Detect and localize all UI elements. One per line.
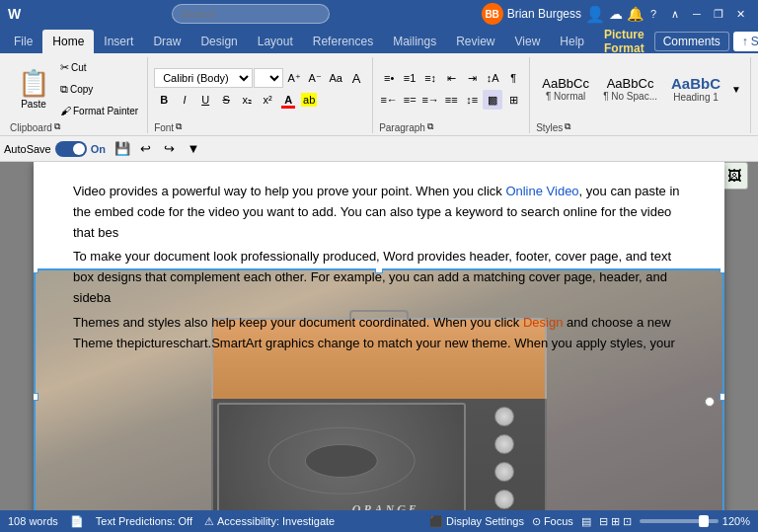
tab-home[interactable]: Home [42,30,94,53]
italic-btn[interactable]: I [175,90,194,110]
strikethrough-btn[interactable]: S [216,90,236,110]
tab-draw[interactable]: Draw [143,30,190,53]
display-settings-btn[interactable]: ⬛ Display Settings [429,515,524,528]
sort-btn[interactable]: ↕A [483,68,502,88]
undo-btn[interactable]: ↩ [135,138,157,160]
align-center-btn[interactable]: ≡= [400,90,419,110]
paragraph-expand-icon[interactable]: ⧉ [427,121,433,132]
font-size-selector[interactable]: 11 [254,68,283,88]
numbering-btn[interactable]: ≡1 [400,68,419,88]
ribbon: 📋 Paste ✂Cut ⧉Copy 🖌Format Painter Cl [0,53,758,136]
tab-insert[interactable]: Insert [94,30,143,53]
paragraph-1: Video provides a powerful way to help yo… [73,182,685,243]
status-bar: 108 words 📄 Text Predictions: Off ⚠ Acce… [0,510,758,532]
align-right-btn[interactable]: ≡→ [420,90,440,110]
share-button[interactable]: ↑ Share [733,32,758,51]
underline-btn[interactable]: U [195,90,215,110]
tab-design[interactable]: Design [190,30,247,53]
clear-format-btn[interactable]: A [346,68,366,88]
share-icon: ↑ [742,35,748,48]
borders-btn[interactable]: ⊞ [503,90,523,110]
style-heading1[interactable]: AaBbC Heading 1 [665,65,726,113]
align-left-btn[interactable]: ≡← [379,90,399,110]
increase-indent-btn[interactable]: ⇥ [462,68,482,88]
title-bar: W BB Brian Burgess 👤 ☁ 🔔 ? ∧ ─ ❐ ✕ [0,0,758,28]
autosave-toggle[interactable] [55,141,87,157]
zoom-slider[interactable] [640,519,719,523]
list-row: ≡• ≡1 ≡↕ ⇤ ⇥ ↕A ¶ [379,68,523,88]
editing-group: 🔍 Editing [751,57,758,133]
tab-picture-format[interactable]: Picture Format [594,30,654,53]
styles-group: AaBbCc ¶ Normal AaBbCc ¶ No Spac... AaBb… [530,57,751,133]
display-icon: ⬛ [429,515,443,528]
tab-layout[interactable]: Layout [248,30,303,53]
user-icon: 👤 [585,5,605,24]
font-color-btn[interactable]: A [278,90,298,110]
decrease-font-btn[interactable]: A⁻ [305,68,325,88]
tab-help[interactable]: Help [550,30,594,53]
tab-view[interactable]: View [505,30,551,53]
styles-scroll-down[interactable]: ▼ [728,57,744,120]
copy-button[interactable]: ⧉Copy [57,79,141,99]
font-name-selector[interactable]: Calibri (Body) [154,68,253,88]
style-normal[interactable]: AaBbCc ¶ Normal [536,65,595,113]
comments-button[interactable]: Comments [654,32,729,51]
format-painter-button[interactable]: 🖌Format Painter [57,101,141,120]
text-predictions-status[interactable]: Text Predictions: Off [96,515,192,527]
picture-format-indicator[interactable]: 🖼 [720,162,748,190]
tab-review[interactable]: Review [446,30,504,53]
paragraph-2: To make your document look professionall… [73,247,685,308]
help-window-btn[interactable]: ? [644,4,663,24]
highlight-btn[interactable]: ab [299,90,319,110]
ribbon-collapse-btn[interactable]: ∧ [665,4,685,24]
styles-expand-icon[interactable]: ⧉ [565,121,570,132]
close-btn[interactable]: ✕ [730,4,750,24]
format-painter-icon: 🖌 [60,105,71,116]
clipboard-expand-icon[interactable]: ⧉ [54,121,60,132]
view-layout-btn[interactable]: ▤ [581,515,591,528]
save-btn[interactable]: 💾 [112,138,133,160]
view-icon-3[interactable]: ⊡ [623,515,632,528]
bullets-btn[interactable]: ≡• [379,68,399,88]
document-page: Video provides a powerful way to help yo… [34,162,724,510]
zoom-level[interactable]: 120% [722,515,750,527]
multilevel-btn[interactable]: ≡↕ [420,68,440,88]
paragraph-group: ≡• ≡1 ≡↕ ⇤ ⇥ ↕A ¶ ≡← ≡= ≡→ ≡≡ ↕≡ ▩ ⊞ [373,57,530,133]
view-icon-2[interactable]: ⊞ [611,515,620,528]
username: Brian Burgess [507,7,581,21]
tab-mailings[interactable]: Mailings [383,30,446,53]
accessibility-status[interactable]: ⚠ Accessibility: Investigate [204,515,335,528]
cut-icon: ✂ [60,61,69,74]
image-resize-handle[interactable] [705,397,715,407]
subscript-btn[interactable]: x₂ [237,90,257,110]
customize-qa-btn[interactable]: ▼ [183,138,204,160]
style-no-spacing[interactable]: AaBbCc ¶ No Spac... [597,65,663,113]
font-expand-icon[interactable]: ⧉ [176,121,182,132]
tab-file[interactable]: File [4,30,42,53]
change-case-btn[interactable]: Aa [326,68,345,88]
focus-icon: ⊙ [532,515,541,528]
focus-btn[interactable]: ⊙ Focus [532,515,573,528]
title-search-input[interactable] [172,4,330,24]
restore-btn[interactable]: ❐ [709,4,728,24]
justify-btn[interactable]: ≡≡ [441,90,461,110]
shading-btn[interactable]: ▩ [483,90,502,110]
superscript-btn[interactable]: x² [258,90,277,110]
decrease-indent-btn[interactable]: ⇤ [441,68,461,88]
picture-icon: 🖼 [727,168,741,184]
minimize-btn[interactable]: ─ [687,4,707,24]
bold-btn[interactable]: B [154,90,174,110]
line-spacing-btn[interactable]: ↕≡ [462,90,482,110]
view-icon-1[interactable]: ⊟ [599,515,608,528]
word-count-status[interactable]: 108 words [8,515,58,527]
tab-references[interactable]: References [303,30,383,53]
page-indicator[interactable]: 📄 [70,515,84,528]
paste-button[interactable]: 📋 Paste [10,66,57,112]
title-left: W [8,6,21,22]
increase-font-btn[interactable]: A⁺ [284,68,304,88]
cut-button[interactable]: ✂Cut [57,57,141,77]
ribbon-tabs: File Home Insert Draw Design Layout Refe… [0,28,758,53]
show-para-btn[interactable]: ¶ [503,68,523,88]
redo-btn[interactable]: ↪ [159,138,181,160]
status-right: ⬛ Display Settings ⊙ Focus ▤ ⊟ ⊞ ⊡ 120% [429,515,750,528]
